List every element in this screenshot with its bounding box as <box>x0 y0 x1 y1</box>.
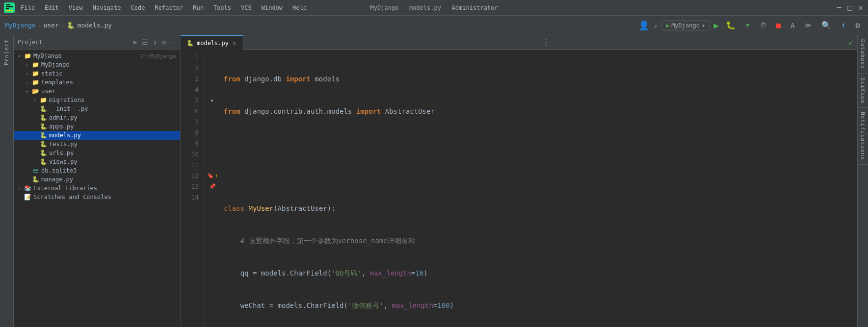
tree-item-apps-py[interactable]: 🐍 apps.py <box>14 122 180 131</box>
tab-menu-button[interactable]: ⋮ <box>538 38 554 47</box>
arrow-icon: ↑ <box>215 171 218 181</box>
tree-item-urls-py[interactable]: 🐍 urls.py <box>14 149 180 157</box>
title-bar: File Edit View Navigate Code Refactor Ru… <box>0 0 868 16</box>
tree-item-static[interactable]: › 📁 static <box>14 69 180 78</box>
breadcrumb: MyDjango › user › 🐍 models.py <box>5 22 635 29</box>
close-button[interactable]: ✕ <box>857 4 864 11</box>
code-line-3 <box>224 138 857 149</box>
line-gutter: ▶ 🔖 ↑ 📌 <box>205 50 220 327</box>
menu-code[interactable]: Code <box>129 3 147 12</box>
pycharm-icon <box>4 2 15 13</box>
run-config-icon: ▶ <box>666 22 669 29</box>
code-line-1: from django.db import models <box>224 74 857 84</box>
expand-icon[interactable]: ↗ <box>653 22 657 29</box>
menu-help[interactable]: Help <box>290 3 309 12</box>
update-button[interactable]: ⬆ <box>838 19 849 32</box>
menu-window[interactable]: Window <box>260 3 285 12</box>
menu-navigate[interactable]: Navigate <box>91 3 123 12</box>
database-panel-button[interactable]: Database <box>858 35 868 74</box>
main-layout: Project Project ⊕ ☰ ↕ ⚙ — ▾ 📁 MyDjango D… <box>0 35 868 327</box>
tab-file-icon: 🐍 <box>186 40 194 47</box>
tree-item-manage-py[interactable]: 🐍 manage.py <box>14 175 180 184</box>
code-line-5: class MyUser(AbstractUser): <box>224 203 857 214</box>
sidebar-settings-icon[interactable]: ⚙ <box>161 37 167 47</box>
breadcrumb-file[interactable]: models.py <box>78 22 112 29</box>
tree-item-user[interactable]: ▾ 📂 user <box>14 87 180 96</box>
svg-rect-4 <box>6 10 13 11</box>
profile-button[interactable]: ⏱ <box>757 20 769 31</box>
menu-bar[interactable]: File Edit View Navigate Code Refactor Ru… <box>19 3 309 12</box>
code-line-7: qq = models.CharField('QQ号码', max_length… <box>224 268 857 278</box>
run-config-dropdown-icon: ▾ <box>702 22 705 29</box>
code-line-6: # 设置额外字段，第一个参数为verbose_name详细名称 <box>224 235 857 246</box>
svg-rect-0 <box>4 2 15 13</box>
file-status-checkmark: ✓ <box>848 38 853 47</box>
py-file-icon: 🐍 <box>67 22 75 29</box>
breadcrumb-root[interactable]: MyDjango <box>5 22 36 29</box>
sidebar: Project ⊕ ☰ ↕ ⚙ — ▾ 📁 MyDjango D:\MyDjan… <box>14 35 181 327</box>
layout-icon[interactable]: ☰ <box>141 37 149 47</box>
tree-item-templates[interactable]: › 📁 templates <box>14 78 180 87</box>
tree-item-tests-py[interactable]: 🐍 tests.py <box>14 140 180 149</box>
breadcrumb-folder[interactable]: user <box>43 22 58 29</box>
tab-bar: 🐍 models.py ✕ ⋮ ✓ <box>181 35 857 50</box>
run-config-label: MyDjango <box>671 22 700 29</box>
sidebar-header: Project ⊕ ☰ ↕ ⚙ — <box>14 35 180 50</box>
tree-item-mydjango-sub[interactable]: › 📁 MyDjango <box>14 60 180 69</box>
sidebar-title: Project <box>18 39 129 46</box>
window-controls: ─ □ ✕ <box>836 4 864 11</box>
tree-item-scratches[interactable]: 📝 Scratches and Consoles <box>14 193 180 201</box>
notifications-panel-button[interactable]: Notifications <box>858 108 868 165</box>
svg-rect-2 <box>6 6 13 7</box>
debug-button[interactable]: 🐛 <box>723 19 738 32</box>
pin-icon: 📌 <box>209 181 216 192</box>
coverage-button[interactable]: ☂ <box>742 19 753 32</box>
maximize-button[interactable]: □ <box>846 4 853 11</box>
tree-item-external-libs[interactable]: › 📚 External Libraries <box>14 184 180 193</box>
translate-button[interactable]: A <box>788 20 797 31</box>
bookmark-icon: 🔖 <box>207 171 214 181</box>
code-content[interactable]: from django.db import models from django… <box>220 50 857 327</box>
project-panel-label[interactable]: Project <box>3 39 10 65</box>
window-title: MyDjango - models.py - Administrator <box>370 4 498 11</box>
settings-icon[interactable]: ⚙ <box>852 19 863 32</box>
menu-run[interactable]: Run <box>191 3 206 12</box>
more-actions-button[interactable]: ≫ <box>802 20 815 31</box>
code-line-4 <box>224 171 857 181</box>
menu-tools[interactable]: Tools <box>211 3 233 12</box>
tab-close-button[interactable]: ✕ <box>232 40 237 47</box>
tree-item-init-py[interactable]: 🐍 __init__.py <box>14 104 180 113</box>
tree-item-migrations[interactable]: › 📁 migrations <box>14 96 180 104</box>
tree-item-admin-py[interactable]: 🐍 admin.py <box>14 113 180 122</box>
locate-icon[interactable]: ⊕ <box>132 37 137 47</box>
search-button[interactable]: 🔍 <box>818 19 834 32</box>
breadcrumb-sep1: › <box>38 22 42 29</box>
sciview-panel-button[interactable]: SciView <box>858 74 868 108</box>
breadcrumb-sep2: › <box>61 22 65 29</box>
sidebar-toolbar: ⊕ ☰ ↕ ⚙ — <box>132 37 176 47</box>
run-config-dropdown[interactable]: ▶ MyDjango ▾ <box>661 20 710 31</box>
editor-area: 🐍 models.py ✕ ⋮ ✓ 1 2 3 4 5 6 7 8 9 10 <box>181 35 857 327</box>
right-panels: Database SciView Notifications <box>857 35 868 327</box>
sort-icon[interactable]: ↕ <box>152 37 158 47</box>
tree-item-models-py[interactable]: 🐍 models.py <box>14 131 180 140</box>
menu-vcs[interactable]: VCS <box>239 3 254 12</box>
toolbar: MyDjango › user › 🐍 models.py 👤 ↗ ▶ MyDj… <box>0 16 868 35</box>
code-line-8: weChat = models.CharField('微信账号', max_le… <box>224 300 857 311</box>
tab-models-py[interactable]: 🐍 models.py ✕ <box>181 35 243 50</box>
menu-file[interactable]: File <box>19 3 37 12</box>
tree-item-mydjango-root[interactable]: ▾ 📁 MyDjango D:\MyDjango <box>14 51 180 60</box>
left-panel: Project <box>0 35 14 327</box>
tree-item-db-sqlite3[interactable]: 🗃 db.sqlite3 <box>14 166 180 175</box>
code-line-2: from django.contrib.auth.models import A… <box>224 106 857 117</box>
run-button[interactable]: ▶ <box>713 20 719 30</box>
sidebar-minimize-icon[interactable]: — <box>170 37 176 47</box>
menu-refactor[interactable]: Refactor <box>153 3 185 12</box>
tree-item-views-py[interactable]: 🐍 views.py <box>14 157 180 166</box>
menu-view[interactable]: View <box>67 3 85 12</box>
minimize-button[interactable]: ─ <box>836 4 842 11</box>
menu-edit[interactable]: Edit <box>43 3 61 12</box>
code-editor[interactable]: 1 2 3 4 5 6 7 8 9 10 11 12 13 14 <box>181 50 857 327</box>
user-icon[interactable]: 👤 <box>638 20 649 30</box>
stop-button[interactable]: ■ <box>773 19 784 32</box>
